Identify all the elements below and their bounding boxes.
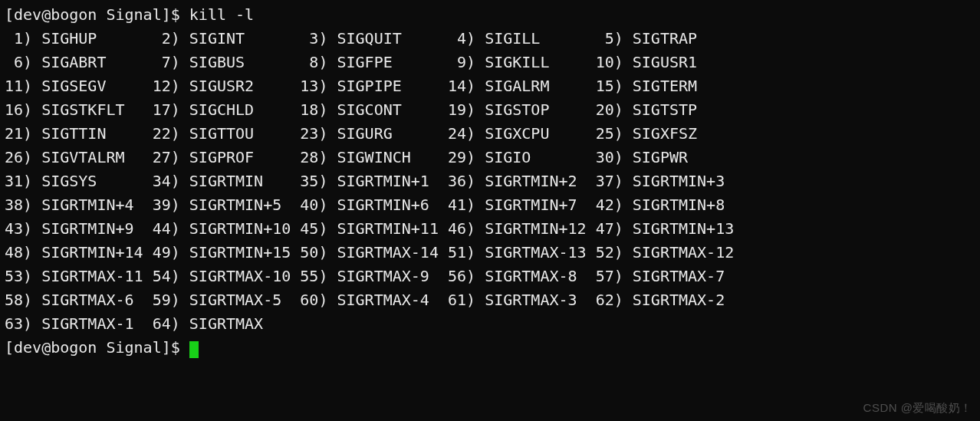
signal-row: 48) SIGRTMIN+14 49) SIGRTMIN+15 50) SIGR…: [5, 241, 975, 265]
shell-prompt: [dev@bogon Signal]$: [5, 5, 189, 24]
watermark-text: CSDN @爱喝酸奶！: [863, 399, 972, 416]
signal-row: 31) SIGSYS 34) SIGRTMIN 35) SIGRTMIN+1 3…: [5, 169, 975, 193]
signal-row: 6) SIGABRT 7) SIGBUS 8) SIGFPE 9) SIGKIL…: [5, 51, 975, 74]
signal-row: 26) SIGVTALRM 27) SIGPROF 28) SIGWINCH 2…: [5, 146, 975, 169]
signal-row: 58) SIGRTMAX-6 59) SIGRTMAX-5 60) SIGRTM…: [5, 288, 975, 312]
terminal-output: [dev@bogon Signal]$ kill -l 1) SIGHUP 2)…: [5, 3, 975, 360]
shell-prompt: [dev@bogon Signal]$: [5, 338, 189, 357]
signal-row: 63) SIGRTMAX-1 64) SIGRTMAX: [5, 312, 975, 336]
prompt-line-waiting[interactable]: [dev@bogon Signal]$: [5, 336, 975, 360]
signal-row: 43) SIGRTMIN+9 44) SIGRTMIN+10 45) SIGRT…: [5, 217, 975, 241]
signal-row: 53) SIGRTMAX-11 54) SIGRTMAX-10 55) SIGR…: [5, 265, 975, 288]
signal-row: 11) SIGSEGV 12) SIGUSR2 13) SIGPIPE 14) …: [5, 74, 975, 98]
prompt-line: [dev@bogon Signal]$ kill -l: [5, 3, 975, 27]
signal-row: 1) SIGHUP 2) SIGINT 3) SIGQUIT 4) SIGILL…: [5, 27, 975, 51]
command-text: kill -l: [189, 5, 254, 24]
signal-row: 38) SIGRTMIN+4 39) SIGRTMIN+5 40) SIGRTM…: [5, 193, 975, 217]
signal-row: 16) SIGSTKFLT 17) SIGCHLD 18) SIGCONT 19…: [5, 98, 975, 122]
signal-row: 21) SIGTTIN 22) SIGTTOU 23) SIGURG 24) S…: [5, 122, 975, 146]
cursor-block: [189, 341, 199, 358]
